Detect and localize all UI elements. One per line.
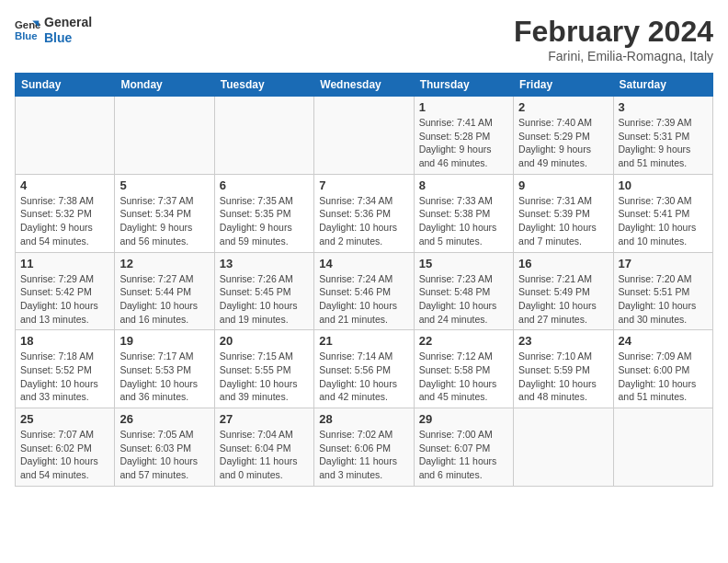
calendar-cell: 29Sunrise: 7:00 AM Sunset: 6:07 PM Dayli… xyxy=(414,408,513,487)
day-number: 24 xyxy=(619,334,708,348)
calendar-cell xyxy=(214,97,313,175)
day-header: Friday xyxy=(514,74,613,97)
day-info: Sunrise: 7:41 AM Sunset: 5:28 PM Dayligh… xyxy=(419,116,508,170)
calendar-week-row: 25Sunrise: 7:07 AM Sunset: 6:02 PM Dayli… xyxy=(16,408,713,487)
day-info: Sunrise: 7:40 AM Sunset: 5:29 PM Dayligh… xyxy=(518,116,608,170)
calendar-cell: 18Sunrise: 7:18 AM Sunset: 5:52 PM Dayli… xyxy=(16,330,115,408)
day-number: 21 xyxy=(319,334,408,348)
day-number: 14 xyxy=(319,257,408,270)
calendar-cell: 6Sunrise: 7:35 AM Sunset: 5:35 PM Daylig… xyxy=(214,174,313,252)
logo-line1: General xyxy=(44,15,92,30)
day-info: Sunrise: 7:20 AM Sunset: 5:51 PM Dayligh… xyxy=(619,272,708,327)
day-info: Sunrise: 7:37 AM Sunset: 5:34 PM Dayligh… xyxy=(119,194,209,248)
day-info: Sunrise: 7:00 AM Sunset: 6:07 PM Dayligh… xyxy=(419,428,508,482)
calendar-cell: 8Sunrise: 7:33 AM Sunset: 5:38 PM Daylig… xyxy=(414,174,513,252)
day-header: Sunday xyxy=(16,74,115,97)
day-number: 12 xyxy=(119,257,209,270)
calendar-cell: 10Sunrise: 7:30 AM Sunset: 5:41 PM Dayli… xyxy=(613,174,712,252)
calendar-week-row: 4Sunrise: 7:38 AM Sunset: 5:32 PM Daylig… xyxy=(16,174,713,252)
day-number: 17 xyxy=(619,257,708,270)
calendar-cell: 12Sunrise: 7:27 AM Sunset: 5:44 PM Dayli… xyxy=(115,252,214,330)
day-header: Thursday xyxy=(414,74,513,97)
calendar-cell: 15Sunrise: 7:23 AM Sunset: 5:48 PM Dayli… xyxy=(414,252,513,330)
day-number: 13 xyxy=(220,257,309,270)
logo: General Blue General Blue xyxy=(15,15,92,46)
calendar-week-row: 18Sunrise: 7:18 AM Sunset: 5:52 PM Dayli… xyxy=(16,330,713,408)
day-number: 19 xyxy=(119,334,209,348)
calendar-cell: 14Sunrise: 7:24 AM Sunset: 5:46 PM Dayli… xyxy=(314,252,414,330)
day-number: 27 xyxy=(220,412,309,426)
day-number: 20 xyxy=(220,334,309,348)
day-header: Saturday xyxy=(613,74,712,97)
day-header: Tuesday xyxy=(214,74,313,97)
day-header: Monday xyxy=(115,74,214,97)
day-number: 22 xyxy=(419,334,508,348)
calendar-cell: 26Sunrise: 7:05 AM Sunset: 6:03 PM Dayli… xyxy=(115,408,214,487)
day-info: Sunrise: 7:07 AM Sunset: 6:02 PM Dayligh… xyxy=(20,428,109,482)
day-info: Sunrise: 7:09 AM Sunset: 6:00 PM Dayligh… xyxy=(619,350,708,404)
calendar-cell: 7Sunrise: 7:34 AM Sunset: 5:36 PM Daylig… xyxy=(314,174,414,252)
day-info: Sunrise: 7:10 AM Sunset: 5:59 PM Dayligh… xyxy=(518,350,608,404)
title-area: February 2024 Farini, Emilia-Romagna, It… xyxy=(514,15,713,63)
day-info: Sunrise: 7:38 AM Sunset: 5:32 PM Dayligh… xyxy=(20,194,109,248)
calendar-cell xyxy=(16,97,115,175)
header-row: SundayMondayTuesdayWednesdayThursdayFrid… xyxy=(16,74,713,97)
day-info: Sunrise: 7:34 AM Sunset: 5:36 PM Dayligh… xyxy=(319,194,408,248)
calendar-cell: 17Sunrise: 7:20 AM Sunset: 5:51 PM Dayli… xyxy=(613,252,712,330)
day-number: 5 xyxy=(119,178,209,192)
calendar-cell: 11Sunrise: 7:29 AM Sunset: 5:42 PM Dayli… xyxy=(16,252,115,330)
calendar-cell: 24Sunrise: 7:09 AM Sunset: 6:00 PM Dayli… xyxy=(613,330,712,408)
calendar-cell: 9Sunrise: 7:31 AM Sunset: 5:39 PM Daylig… xyxy=(514,174,613,252)
calendar-cell: 25Sunrise: 7:07 AM Sunset: 6:02 PM Dayli… xyxy=(16,408,115,487)
day-number: 10 xyxy=(619,178,708,192)
day-info: Sunrise: 7:24 AM Sunset: 5:46 PM Dayligh… xyxy=(319,272,408,327)
day-number: 4 xyxy=(20,178,109,192)
calendar-cell: 23Sunrise: 7:10 AM Sunset: 5:59 PM Dayli… xyxy=(514,330,613,408)
calendar-cell: 2Sunrise: 7:40 AM Sunset: 5:29 PM Daylig… xyxy=(514,97,613,175)
calendar-cell: 5Sunrise: 7:37 AM Sunset: 5:34 PM Daylig… xyxy=(115,174,214,252)
day-number: 8 xyxy=(419,178,508,192)
day-number: 2 xyxy=(518,100,608,114)
day-number: 29 xyxy=(419,412,508,426)
calendar-cell: 1Sunrise: 7:41 AM Sunset: 5:28 PM Daylig… xyxy=(414,97,513,175)
calendar-cell xyxy=(514,408,613,487)
day-info: Sunrise: 7:33 AM Sunset: 5:38 PM Dayligh… xyxy=(419,194,508,248)
svg-text:Blue: Blue xyxy=(15,29,38,40)
day-info: Sunrise: 7:14 AM Sunset: 5:56 PM Dayligh… xyxy=(319,350,408,404)
day-number: 1 xyxy=(419,100,508,114)
day-info: Sunrise: 7:18 AM Sunset: 5:52 PM Dayligh… xyxy=(20,350,109,404)
day-info: Sunrise: 7:29 AM Sunset: 5:42 PM Dayligh… xyxy=(20,272,109,327)
day-number: 18 xyxy=(20,334,109,348)
calendar-cell: 22Sunrise: 7:12 AM Sunset: 5:58 PM Dayli… xyxy=(414,330,513,408)
day-number: 15 xyxy=(419,257,508,270)
day-number: 25 xyxy=(20,412,109,426)
day-number: 7 xyxy=(319,178,408,192)
calendar-cell: 28Sunrise: 7:02 AM Sunset: 6:06 PM Dayli… xyxy=(314,408,414,487)
calendar-week-row: 11Sunrise: 7:29 AM Sunset: 5:42 PM Dayli… xyxy=(16,252,713,330)
calendar-cell: 4Sunrise: 7:38 AM Sunset: 5:32 PM Daylig… xyxy=(16,174,115,252)
day-info: Sunrise: 7:02 AM Sunset: 6:06 PM Dayligh… xyxy=(319,428,408,482)
logo-icon: General Blue xyxy=(15,17,40,43)
calendar-cell xyxy=(613,408,712,487)
logo-line2: Blue xyxy=(44,30,92,46)
day-number: 3 xyxy=(619,100,708,114)
calendar-cell: 13Sunrise: 7:26 AM Sunset: 5:45 PM Dayli… xyxy=(214,252,313,330)
day-info: Sunrise: 7:23 AM Sunset: 5:48 PM Dayligh… xyxy=(419,272,508,327)
day-info: Sunrise: 7:12 AM Sunset: 5:58 PM Dayligh… xyxy=(419,350,508,404)
month-title: February 2024 xyxy=(514,15,713,49)
day-info: Sunrise: 7:31 AM Sunset: 5:39 PM Dayligh… xyxy=(518,194,608,248)
day-number: 16 xyxy=(518,257,608,270)
day-number: 23 xyxy=(518,334,608,348)
calendar-cell: 27Sunrise: 7:04 AM Sunset: 6:04 PM Dayli… xyxy=(214,408,313,487)
calendar-week-row: 1Sunrise: 7:41 AM Sunset: 5:28 PM Daylig… xyxy=(16,97,713,175)
day-info: Sunrise: 7:05 AM Sunset: 6:03 PM Dayligh… xyxy=(119,428,209,482)
calendar-cell: 20Sunrise: 7:15 AM Sunset: 5:55 PM Dayli… xyxy=(214,330,313,408)
day-info: Sunrise: 7:21 AM Sunset: 5:49 PM Dayligh… xyxy=(518,272,608,327)
header: General Blue General Blue February 2024 … xyxy=(15,15,713,63)
day-info: Sunrise: 7:35 AM Sunset: 5:35 PM Dayligh… xyxy=(220,194,309,248)
location-subtitle: Farini, Emilia-Romagna, Italy xyxy=(514,49,713,63)
day-number: 6 xyxy=(220,178,309,192)
calendar-cell xyxy=(115,97,214,175)
day-number: 11 xyxy=(20,257,109,270)
calendar-cell: 3Sunrise: 7:39 AM Sunset: 5:31 PM Daylig… xyxy=(613,97,712,175)
